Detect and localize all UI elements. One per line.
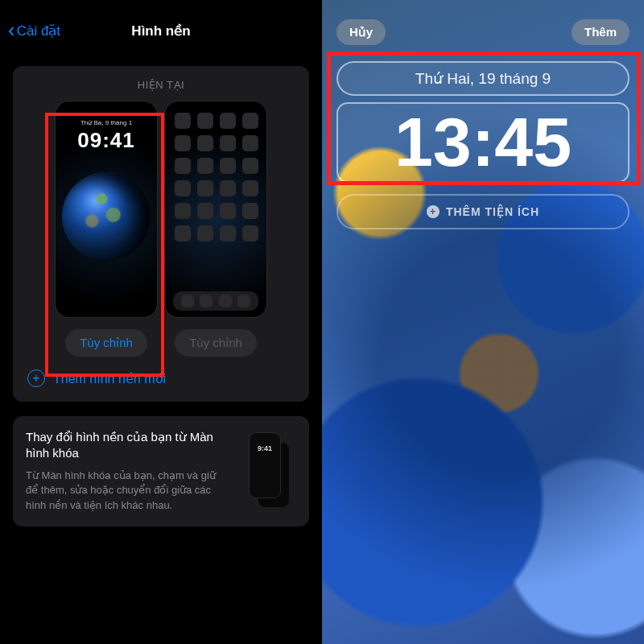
mini-phone-illustration: 9:41: [233, 432, 296, 514]
settings-wallpaper-panel: ‹ Cài đặt Hình nền HIỆN TẠI Thứ Ba, 9 th…: [0, 0, 322, 644]
app-icon: [200, 295, 213, 308]
app-icon: [197, 203, 213, 219]
home-preview-dock: [173, 291, 258, 311]
app-icon: [197, 158, 213, 174]
date-widget[interactable]: Thứ Hai, 19 tháng 9: [336, 61, 630, 96]
info-text: Thay đổi hình nền của bạn từ Màn hình kh…: [26, 429, 222, 514]
app-icon: [197, 180, 213, 196]
info-body: Từ Màn hình khóa của bạn, chạm và giữ để…: [26, 469, 222, 514]
app-icon: [242, 225, 258, 242]
app-icon: [220, 203, 236, 219]
app-icon: [220, 158, 236, 174]
app-icon: [220, 180, 236, 196]
app-icon: [242, 203, 258, 219]
lock-screen-preview[interactable]: Thứ Ba, 9 tháng 1 09:41: [55, 101, 158, 318]
app-icon: [242, 135, 258, 151]
add-widgets-button[interactable]: + THÊM TIỆN ÍCH: [336, 194, 630, 229]
lock-screen-editor-panel: Hủy Thêm Thứ Hai, 19 tháng 9 13:45 + THÊ…: [322, 0, 644, 644]
app-icon: [220, 225, 236, 242]
plus-circle-icon: +: [27, 369, 45, 387]
app-icon: [242, 113, 258, 129]
wallpaper-previews-row: Thứ Ba, 9 tháng 1 09:41 Tùy chỉnh: [24, 101, 298, 357]
editor-top-actions: Hủy Thêm: [336, 19, 630, 45]
app-icon: [175, 203, 191, 219]
current-section-label: HIỆN TẠI: [24, 79, 298, 91]
add-button[interactable]: Thêm: [572, 19, 630, 45]
home-screen-preview[interactable]: [164, 101, 267, 318]
back-label: Cài đặt: [17, 23, 60, 39]
app-icon: [220, 113, 236, 129]
app-icon: [197, 135, 213, 151]
chevron-left-icon: ‹: [8, 19, 15, 40]
app-icon: [181, 295, 194, 308]
app-icon: [242, 180, 258, 196]
app-icon: [175, 180, 191, 196]
mini-phone-time: 9:41: [250, 444, 280, 452]
plus-icon: +: [427, 205, 440, 218]
info-title: Thay đổi hình nền của bạn từ Màn hình kh…: [26, 429, 222, 462]
time-widget[interactable]: 13:45: [336, 102, 630, 183]
back-button[interactable]: ‹ Cài đặt: [8, 21, 60, 40]
app-icon: [219, 295, 232, 308]
page-title: Hình nền: [131, 23, 190, 39]
app-icon: [237, 295, 250, 308]
time-text: 13:45: [338, 104, 628, 181]
earth-icon: [62, 172, 151, 261]
current-wallpaper-card: HIỆN TẠI Thứ Ba, 9 tháng 1 09:41 Tùy chỉ…: [13, 66, 309, 402]
home-preview-app-grid: [175, 113, 257, 242]
app-icon: [197, 225, 213, 242]
add-new-wallpaper-label: Thêm hình nền mới: [53, 371, 166, 386]
app-icon: [175, 158, 191, 174]
home-screen-preview-column: Tùy chỉnh: [164, 101, 267, 357]
app-icon: [197, 113, 213, 129]
nav-bar: ‹ Cài đặt Hình nền: [0, 0, 322, 48]
add-new-wallpaper-button[interactable]: + Thêm hình nền mới: [24, 357, 298, 390]
customize-home-button[interactable]: Tùy chỉnh: [175, 329, 257, 357]
customize-lock-button[interactable]: Tùy chỉnh: [65, 329, 147, 357]
app-icon: [175, 225, 191, 242]
lock-screen-elements: Thứ Hai, 19 tháng 9 13:45 + THÊM TIỆN ÍC…: [336, 61, 630, 229]
lock-preview-time: 09:41: [56, 128, 157, 153]
add-widgets-label: THÊM TIỆN ÍCH: [446, 205, 539, 218]
mini-phone-front: 9:41: [249, 432, 281, 498]
cancel-button[interactable]: Hủy: [336, 19, 386, 45]
app-icon: [175, 113, 191, 129]
lock-screen-preview-column: Thứ Ba, 9 tháng 1 09:41 Tùy chỉnh: [55, 101, 158, 357]
app-icon: [220, 135, 236, 151]
change-from-lock-info-card: Thay đổi hình nền của bạn từ Màn hình kh…: [13, 416, 309, 526]
lock-preview-date: Thứ Ba, 9 tháng 1: [56, 119, 157, 126]
app-icon: [175, 135, 191, 151]
app-icon: [242, 158, 258, 174]
